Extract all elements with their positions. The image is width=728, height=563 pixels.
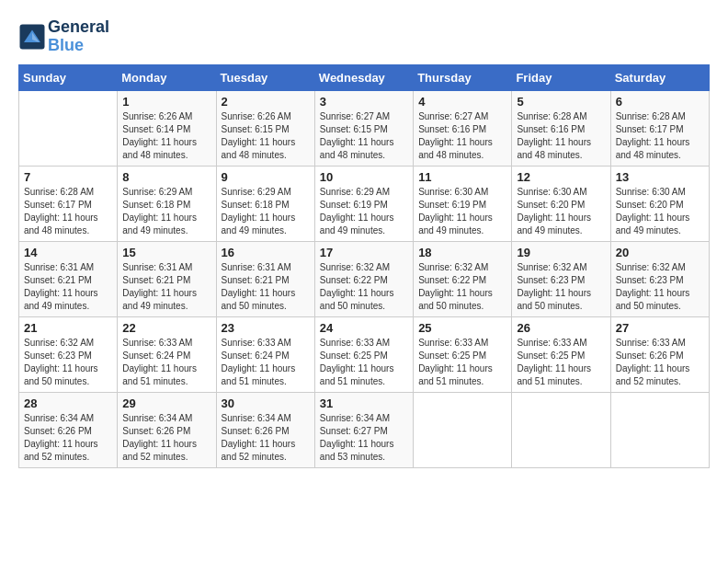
day-info: Sunrise: 6:27 AM Sunset: 6:15 PM Dayligh… — [320, 110, 408, 162]
calendar-cell: 11Sunrise: 6:30 AM Sunset: 6:19 PM Dayli… — [414, 166, 512, 241]
day-number: 8 — [122, 170, 210, 184]
day-number: 1 — [122, 95, 210, 109]
logo-text: General Blue — [48, 18, 109, 55]
day-info: Sunrise: 6:34 AM Sunset: 6:26 PM Dayligh… — [222, 412, 310, 464]
day-number: 22 — [122, 321, 210, 335]
day-info: Sunrise: 6:30 AM Sunset: 6:19 PM Dayligh… — [418, 186, 506, 237]
day-info: Sunrise: 6:30 AM Sunset: 6:20 PM Dayligh… — [517, 186, 605, 237]
day-header-thursday: Thursday — [414, 64, 512, 90]
calendar-cell: 20Sunrise: 6:32 AM Sunset: 6:23 PM Dayli… — [610, 241, 709, 316]
calendar-cell: 22Sunrise: 6:33 AM Sunset: 6:24 PM Dayli… — [118, 316, 216, 392]
day-info: Sunrise: 6:29 AM Sunset: 6:18 PM Dayligh… — [222, 186, 310, 237]
day-number: 21 — [24, 321, 112, 335]
calendar-cell: 3Sunrise: 6:27 AM Sunset: 6:15 PM Daylig… — [314, 90, 413, 166]
logo: General Blue — [18, 18, 109, 55]
day-info: Sunrise: 6:32 AM Sunset: 6:22 PM Dayligh… — [418, 261, 506, 313]
day-number: 10 — [320, 170, 408, 184]
calendar-week-4: 21Sunrise: 6:32 AM Sunset: 6:23 PM Dayli… — [19, 316, 710, 392]
day-info: Sunrise: 6:32 AM Sunset: 6:22 PM Dayligh… — [320, 261, 408, 313]
calendar-cell: 14Sunrise: 6:31 AM Sunset: 6:21 PM Dayli… — [19, 241, 118, 316]
day-number: 6 — [616, 95, 704, 109]
calendar-cell: 2Sunrise: 6:26 AM Sunset: 6:15 PM Daylig… — [216, 90, 314, 166]
day-info: Sunrise: 6:33 AM Sunset: 6:25 PM Dayligh… — [418, 337, 506, 388]
calendar-week-5: 28Sunrise: 6:34 AM Sunset: 6:26 PM Dayli… — [19, 392, 710, 467]
calendar-cell: 31Sunrise: 6:34 AM Sunset: 6:27 PM Dayli… — [314, 392, 413, 467]
calendar-cell: 6Sunrise: 6:28 AM Sunset: 6:17 PM Daylig… — [610, 90, 709, 166]
day-info: Sunrise: 6:28 AM Sunset: 6:17 PM Dayligh… — [24, 186, 112, 237]
day-info: Sunrise: 6:29 AM Sunset: 6:18 PM Dayligh… — [122, 186, 210, 237]
day-number: 27 — [616, 321, 704, 335]
calendar-cell: 25Sunrise: 6:33 AM Sunset: 6:25 PM Dayli… — [414, 316, 512, 392]
day-info: Sunrise: 6:33 AM Sunset: 6:25 PM Dayligh… — [320, 337, 408, 388]
day-number: 4 — [418, 95, 506, 109]
day-info: Sunrise: 6:34 AM Sunset: 6:26 PM Dayligh… — [24, 412, 112, 464]
day-header-saturday: Saturday — [610, 64, 709, 90]
day-number: 17 — [320, 246, 408, 259]
day-number: 15 — [122, 246, 210, 259]
day-header-friday: Friday — [512, 64, 610, 90]
day-number: 26 — [517, 321, 605, 335]
day-number: 13 — [616, 170, 704, 184]
day-number: 14 — [24, 246, 112, 259]
day-number: 18 — [418, 246, 506, 259]
calendar-cell: 28Sunrise: 6:34 AM Sunset: 6:26 PM Dayli… — [19, 392, 118, 467]
day-number: 29 — [122, 396, 210, 410]
day-number: 16 — [222, 246, 310, 259]
calendar-table: SundayMondayTuesdayWednesdayThursdayFrid… — [18, 64, 710, 468]
calendar-cell: 15Sunrise: 6:31 AM Sunset: 6:21 PM Dayli… — [118, 241, 216, 316]
calendar-week-2: 7Sunrise: 6:28 AM Sunset: 6:17 PM Daylig… — [19, 166, 710, 241]
calendar-cell: 19Sunrise: 6:32 AM Sunset: 6:23 PM Dayli… — [512, 241, 610, 316]
day-info: Sunrise: 6:34 AM Sunset: 6:26 PM Dayligh… — [122, 412, 210, 464]
day-number: 28 — [24, 396, 112, 410]
day-info: Sunrise: 6:30 AM Sunset: 6:20 PM Dayligh… — [616, 186, 704, 237]
day-number: 23 — [222, 321, 310, 335]
day-number: 12 — [517, 170, 605, 184]
calendar-header-row: SundayMondayTuesdayWednesdayThursdayFrid… — [19, 64, 710, 90]
day-number: 31 — [320, 396, 408, 410]
day-number: 2 — [222, 95, 310, 109]
day-info: Sunrise: 6:34 AM Sunset: 6:27 PM Dayligh… — [320, 412, 408, 464]
calendar-cell: 7Sunrise: 6:28 AM Sunset: 6:17 PM Daylig… — [19, 166, 118, 241]
calendar-cell: 30Sunrise: 6:34 AM Sunset: 6:26 PM Dayli… — [216, 392, 314, 467]
calendar-cell: 26Sunrise: 6:33 AM Sunset: 6:25 PM Dayli… — [512, 316, 610, 392]
calendar-cell — [512, 392, 610, 467]
day-info: Sunrise: 6:33 AM Sunset: 6:24 PM Dayligh… — [122, 337, 210, 388]
calendar-cell: 12Sunrise: 6:30 AM Sunset: 6:20 PM Dayli… — [512, 166, 610, 241]
day-info: Sunrise: 6:33 AM Sunset: 6:25 PM Dayligh… — [517, 337, 605, 388]
day-header-wednesday: Wednesday — [314, 64, 413, 90]
day-number: 5 — [517, 95, 605, 109]
day-info: Sunrise: 6:28 AM Sunset: 6:17 PM Dayligh… — [616, 110, 704, 162]
day-info: Sunrise: 6:31 AM Sunset: 6:21 PM Dayligh… — [222, 261, 310, 313]
day-number: 24 — [320, 321, 408, 335]
calendar-cell — [610, 392, 709, 467]
calendar-cell: 1Sunrise: 6:26 AM Sunset: 6:14 PM Daylig… — [118, 90, 216, 166]
calendar-cell — [19, 90, 118, 166]
day-number: 3 — [320, 95, 408, 109]
day-info: Sunrise: 6:31 AM Sunset: 6:21 PM Dayligh… — [122, 261, 210, 313]
calendar-cell: 16Sunrise: 6:31 AM Sunset: 6:21 PM Dayli… — [216, 241, 314, 316]
calendar-cell: 9Sunrise: 6:29 AM Sunset: 6:18 PM Daylig… — [216, 166, 314, 241]
day-info: Sunrise: 6:31 AM Sunset: 6:21 PM Dayligh… — [24, 261, 112, 313]
day-number: 30 — [222, 396, 310, 410]
day-info: Sunrise: 6:28 AM Sunset: 6:16 PM Dayligh… — [517, 110, 605, 162]
day-number: 25 — [418, 321, 506, 335]
day-header-sunday: Sunday — [19, 64, 118, 90]
day-header-monday: Monday — [118, 64, 216, 90]
calendar-cell: 17Sunrise: 6:32 AM Sunset: 6:22 PM Dayli… — [314, 241, 413, 316]
day-info: Sunrise: 6:32 AM Sunset: 6:23 PM Dayligh… — [616, 261, 704, 313]
calendar-cell — [414, 392, 512, 467]
calendar-cell: 21Sunrise: 6:32 AM Sunset: 6:23 PM Dayli… — [19, 316, 118, 392]
logo-icon — [18, 23, 46, 51]
day-number: 9 — [222, 170, 310, 184]
day-number: 19 — [517, 246, 605, 259]
day-info: Sunrise: 6:29 AM Sunset: 6:19 PM Dayligh… — [320, 186, 408, 237]
day-info: Sunrise: 6:33 AM Sunset: 6:26 PM Dayligh… — [616, 337, 704, 388]
day-info: Sunrise: 6:32 AM Sunset: 6:23 PM Dayligh… — [24, 337, 112, 388]
calendar-cell: 10Sunrise: 6:29 AM Sunset: 6:19 PM Dayli… — [314, 166, 413, 241]
calendar-cell: 29Sunrise: 6:34 AM Sunset: 6:26 PM Dayli… — [118, 392, 216, 467]
day-number: 11 — [418, 170, 506, 184]
day-header-tuesday: Tuesday — [216, 64, 314, 90]
day-info: Sunrise: 6:33 AM Sunset: 6:24 PM Dayligh… — [222, 337, 310, 388]
calendar-cell: 18Sunrise: 6:32 AM Sunset: 6:22 PM Dayli… — [414, 241, 512, 316]
calendar-cell: 23Sunrise: 6:33 AM Sunset: 6:24 PM Dayli… — [216, 316, 314, 392]
